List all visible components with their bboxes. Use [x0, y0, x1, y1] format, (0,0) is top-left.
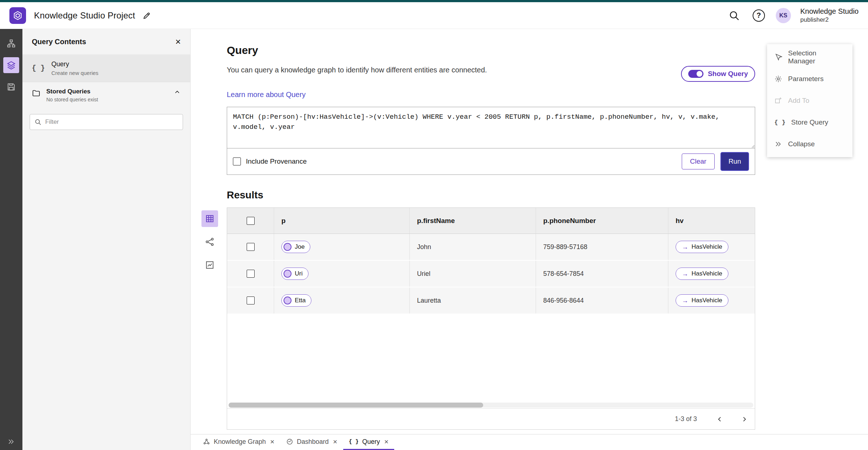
query-description: You can query a knowledge graph to ident… [227, 66, 487, 74]
tab-knowledge-graph[interactable]: Knowledge Graph × [197, 434, 280, 450]
previous-page-icon[interactable] [711, 411, 728, 428]
menu-item-label: Parameters [788, 75, 824, 83]
hierarchy-icon[interactable] [3, 35, 19, 51]
project-title: Knowledge Studio Project [34, 10, 135, 21]
tab-query[interactable]: { } Query × [343, 434, 395, 450]
tab-label: Query [362, 438, 380, 446]
result-view-switcher [201, 210, 218, 273]
menu-item-label: Add To [788, 97, 809, 105]
run-button[interactable]: Run [720, 152, 749, 171]
app-root: Knowledge Studio Project ? KS Knowledge … [0, 0, 868, 450]
app-logo-icon[interactable] [9, 7, 26, 24]
search-icon [34, 118, 42, 126]
menu-item-store-query[interactable]: { } Store Query [767, 112, 852, 133]
show-query-toggle[interactable]: Show Query [681, 66, 755, 82]
selection-manager-icon [774, 53, 782, 61]
menu-item-selection-manager[interactable]: Selection Manager [767, 46, 852, 68]
scrollbar-thumb[interactable] [229, 403, 483, 408]
tab-dashboard[interactable]: Dashboard × [280, 434, 343, 450]
cell-phone-number: 759-889-57168 [536, 234, 668, 260]
chevron-up-icon[interactable] [174, 88, 181, 97]
filter-input[interactable] [45, 118, 178, 126]
close-icon[interactable]: × [270, 438, 275, 445]
menu-item-parameters[interactable]: Parameters [767, 68, 852, 90]
help-glyph: ? [757, 11, 761, 20]
close-icon[interactable]: × [384, 438, 389, 445]
panel-title: Query Contents [32, 38, 86, 46]
save-icon[interactable] [3, 79, 19, 95]
edge-label: HasVehicle [692, 297, 722, 304]
node-icon [284, 243, 292, 251]
results-table: p p.firstName p.phoneNumber hv Joe [227, 207, 755, 430]
query-item-label: Query [51, 60, 98, 68]
query-contents-panel: Query Contents × { } Query Create new qu… [22, 29, 191, 450]
sidebar-item-query[interactable]: { } Query Create new queries [22, 54, 190, 82]
graph-view-icon[interactable] [201, 234, 218, 250]
query-box: MATCH (p:Person)-[hv:HasVehicle]->(v:Veh… [227, 107, 755, 175]
tab-label: Knowledge Graph [214, 438, 266, 446]
query-footer: Include Provenance Clear Run [227, 148, 755, 174]
cell-first-name: Lauretta [410, 287, 536, 314]
node-pill[interactable]: Etta [281, 294, 311, 307]
arrow-right-icon: → [682, 244, 688, 250]
menu-item-label: Selection Manager [788, 49, 845, 65]
menu-item-add-to: Add To [767, 90, 852, 112]
column-header-firstname[interactable]: p.firstName [410, 208, 536, 234]
edge-pill[interactable]: → HasVehicle [676, 294, 728, 307]
pagination-range: 1-3 of 3 [675, 415, 697, 423]
collapse-icon [774, 140, 782, 148]
menu-item-collapse[interactable]: Collapse [767, 133, 852, 155]
node-pill[interactable]: Uri [281, 268, 309, 280]
table-view-icon[interactable] [201, 210, 218, 227]
clear-button[interactable]: Clear [682, 153, 715, 169]
edit-title-icon[interactable] [142, 11, 151, 20]
close-icon[interactable]: × [333, 438, 337, 445]
gear-icon [774, 75, 782, 83]
header-actions: ? KS Knowledge Studio publisher2 [727, 7, 859, 24]
include-provenance-checkbox[interactable] [233, 157, 241, 165]
next-page-icon[interactable] [736, 411, 753, 428]
filter-field [30, 114, 183, 130]
toggle-switch-icon [688, 70, 703, 78]
node-pill[interactable]: Joe [281, 241, 310, 253]
cell-first-name: Uriel [410, 261, 536, 287]
edge-pill[interactable]: → HasVehicle [676, 241, 728, 253]
column-header-p[interactable]: p [274, 208, 410, 234]
user-block: Knowledge Studio publisher2 [800, 7, 859, 24]
query-editor[interactable]: MATCH (p:Person)-[hv:HasVehicle]->(v:Veh… [227, 107, 755, 148]
row-checkbox[interactable] [247, 270, 255, 278]
node-label: Joe [295, 243, 305, 251]
avatar[interactable]: KS [776, 8, 791, 23]
horizontal-scrollbar[interactable] [229, 403, 753, 408]
expand-panel-icon[interactable] [0, 438, 22, 446]
column-header-hv[interactable]: hv [668, 208, 755, 234]
show-query-label: Show Query [708, 70, 748, 78]
edge-pill[interactable]: → HasVehicle [676, 268, 728, 280]
search-icon[interactable] [727, 8, 742, 23]
stored-queries-section[interactable]: Stored Queries No stored queries exist [22, 82, 190, 108]
table-row: Uri Uriel 578-654-7854 → HasVehicle [227, 261, 755, 287]
node-icon [284, 270, 292, 278]
dashboard-icon [286, 438, 293, 445]
query-actions-menu: Selection Manager Parameters Add To { } … [767, 44, 852, 157]
stored-queries-label: Stored Queries [46, 88, 98, 95]
chart-view-icon[interactable] [201, 257, 218, 273]
node-label: Etta [295, 297, 306, 304]
layers-icon[interactable] [3, 57, 19, 73]
help-icon[interactable]: ? [751, 8, 766, 23]
select-all-checkbox[interactable] [247, 217, 255, 225]
learn-more-link[interactable]: Learn more about Query [227, 91, 306, 99]
bottom-tab-bar: Knowledge Graph × Dashboard × { } Query … [191, 434, 868, 450]
app-name: Knowledge Studio [800, 7, 859, 16]
table-row: Joe John 759-889-57168 → HasVehicle [227, 234, 755, 261]
arrow-right-icon: → [682, 297, 688, 304]
row-checkbox[interactable] [247, 243, 255, 251]
row-checkbox[interactable] [247, 297, 255, 304]
column-header-phonenumber[interactable]: p.phoneNumber [536, 208, 668, 234]
panel-header: Query Contents × [22, 29, 190, 54]
close-icon[interactable]: × [175, 37, 181, 46]
menu-item-label: Collapse [788, 140, 815, 148]
stored-queries-empty-text: No stored queries exist [46, 97, 98, 102]
node-label: Uri [295, 270, 303, 277]
cell-phone-number: 578-654-7854 [536, 261, 668, 287]
